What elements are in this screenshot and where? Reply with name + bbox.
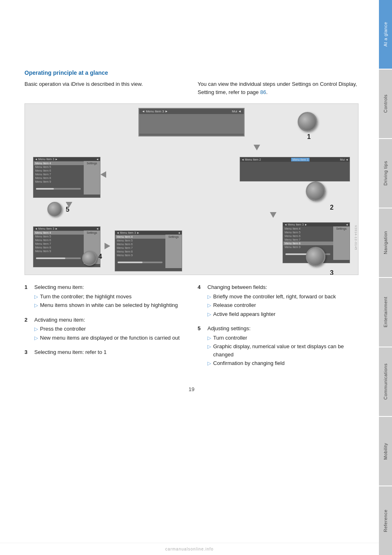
- sub-item: ▷Turn controller: [207, 334, 359, 342]
- instr-sublist-4: ▷Briefly move the controller left, right…: [207, 293, 336, 318]
- instruction-item-5: 5 Adjusting settings: ▷Turn controller ▷…: [198, 324, 359, 368]
- instr-title-3: Selecting menu item: refer to 1: [34, 349, 107, 355]
- intro-link[interactable]: 86: [260, 89, 266, 95]
- instr-sublist-1: ▷Turn the controller; the highlight move…: [34, 293, 178, 309]
- diagram-number-1: 1: [307, 133, 311, 141]
- sidebar-tab-controls[interactable]: Controls: [379, 69, 392, 138]
- main-content: Operating principle at a glance Basic op…: [0, 0, 379, 555]
- instr-title-1: Selecting menu item:: [34, 284, 84, 290]
- instruction-item-3: 3 Selecting menu item: refer to 1: [24, 348, 185, 356]
- arrow-right-1: [105, 243, 110, 249]
- panel-center-bottom: ◄ Menu Item 3 ► ◄ Menu Item 4 Menu Item …: [115, 231, 182, 271]
- page-number: 19: [24, 386, 359, 392]
- section-heading: Operating principle at a glance: [24, 69, 359, 76]
- sub-arrow-icon: ▷: [207, 334, 211, 342]
- instructions-left-col: 1 Selecting menu item: ▷Turn the control…: [24, 283, 185, 374]
- sub-item: ▷Menu items shown in white can be select…: [34, 301, 178, 309]
- instr-num-5: 5: [198, 324, 205, 368]
- diag-top-screen: ◄ Menu Item 3 ► Mui ◄: [138, 108, 245, 137]
- footer-bar: carmanualsonline.info: [0, 543, 379, 555]
- sub-item: ▷New menu items are displayed or the fun…: [34, 334, 180, 342]
- arrow-down-1: [254, 145, 260, 150]
- instruction-item-1: 1 Selecting menu item: ▷Turn the control…: [24, 283, 185, 310]
- diag-knob-3: [306, 247, 325, 266]
- diag-knob-4: [82, 251, 97, 266]
- intro-columns: Basic operation via iDrive is described …: [24, 80, 359, 96]
- sub-arrow-icon: ▷: [34, 293, 38, 300]
- sub-item: ▷Release controller: [207, 301, 336, 309]
- sub-item: ▷Press the controller: [34, 325, 180, 333]
- instructions-section: 1 Selecting menu item: ▷Turn the control…: [24, 283, 359, 374]
- diag-knob-5: [47, 202, 62, 217]
- sub-arrow-icon: ▷: [34, 334, 38, 342]
- sidebar-tab-mobility[interactable]: Mobility: [379, 417, 392, 486]
- intro-text-right-suffix: .: [266, 89, 268, 95]
- instruction-item-2: 2 Activating menu item: ▷Press the contr…: [24, 316, 185, 343]
- diagram-number-3: 3: [330, 269, 334, 275]
- arrow-down-3: [270, 212, 276, 218]
- diagram-number-4: 4: [98, 253, 102, 260]
- sub-item: ▷Graphic display, numerical value or tex…: [207, 342, 359, 358]
- diag-knob-1: [298, 112, 317, 132]
- sub-arrow-icon: ▷: [34, 302, 38, 309]
- sidebar-tab-communications[interactable]: Communications: [379, 347, 392, 416]
- sub-arrow-icon: ▷: [207, 360, 211, 367]
- instr-num-3: 3: [24, 348, 32, 356]
- panel-right-menu: ◄ Menu Item 2 Menu Item 3 Mui ◄: [240, 157, 350, 181]
- sub-arrow-icon: ▷: [207, 311, 211, 318]
- intro-text-left: Basic operation via iDrive is described …: [24, 81, 143, 87]
- sidebar-tab-driving-tips[interactable]: Driving tips: [379, 139, 392, 208]
- sub-item: ▷Briefly move the controller left, right…: [207, 293, 336, 301]
- instr-num-2: 2: [24, 316, 32, 343]
- instr-title-5: Adjusting settings:: [207, 325, 251, 331]
- instr-num-1: 1: [24, 283, 32, 310]
- sidebar-tab-reference[interactable]: Reference: [379, 486, 392, 555]
- sub-item: ▷Confirmation by changing field: [207, 359, 359, 367]
- diagram-watermark: V2014-12-0145: [354, 225, 357, 250]
- instr-num-4: 4: [198, 283, 205, 319]
- instr-sublist-2: ▷Press the controller ▷New menu items ar…: [34, 325, 180, 342]
- sidebar-tab-navigation[interactable]: Navigation: [379, 208, 392, 277]
- sub-arrow-icon: ▷: [207, 293, 211, 300]
- diag-knob-2: [306, 181, 325, 201]
- sub-arrow-icon: ▷: [207, 343, 211, 350]
- intro-col-right: You can view the individual steps under …: [198, 80, 359, 96]
- sidebar-tab-at-a-glance[interactable]: At a glance: [379, 0, 392, 69]
- instruction-item-4: 4 Changing between fields: ▷Briefly move…: [198, 283, 359, 319]
- instr-title-2: Activating menu item:: [34, 317, 85, 323]
- instr-title-4: Changing between fields:: [207, 284, 267, 290]
- intro-col-left: Basic operation via iDrive is described …: [24, 80, 185, 96]
- intro-text-right-prefix: You can view the individual steps under …: [198, 81, 357, 95]
- diagram-number-2: 2: [330, 204, 334, 211]
- diagram-area: ◄ Menu Item 3 ► Mui ◄ 1 ◄ Menu Item 3 ► …: [24, 103, 359, 275]
- arrow-down-2: [66, 202, 72, 208]
- arrow-left-1: [100, 171, 106, 178]
- sidebar-tabs: At a glance Controls Driving tips Naviga…: [379, 0, 392, 555]
- sub-arrow-icon: ▷: [207, 302, 211, 309]
- sub-item: ▷Turn the controller; the highlight move…: [34, 293, 178, 301]
- panel-left-menu: ◄ Menu Item 3 ► ◄ Menu Item 4 Menu Item …: [33, 157, 100, 198]
- sidebar-tab-entertainment[interactable]: Entertainment: [379, 278, 392, 347]
- sub-item: ▷Active field appears lighter: [207, 310, 336, 318]
- instr-sublist-5: ▷Turn controller ▷Graphic display, numer…: [207, 334, 359, 367]
- footer-logo-text: carmanualsonline.info: [165, 547, 214, 551]
- instructions-right-col: 4 Changing between fields: ▷Briefly move…: [198, 283, 359, 374]
- sub-arrow-icon: ▷: [34, 325, 38, 333]
